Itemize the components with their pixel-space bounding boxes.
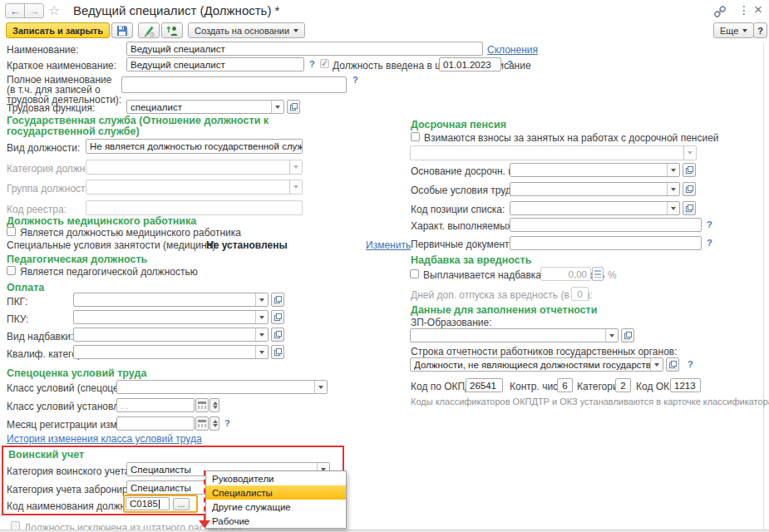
staffing-checkbox[interactable] [320, 59, 329, 68]
primary-docs-help-icon[interactable]: ? [707, 238, 712, 248]
list-position-code-combobox[interactable] [510, 201, 680, 215]
chevron-down-icon[interactable] [271, 101, 283, 113]
allowance-kind-combobox[interactable] [73, 328, 269, 342]
position-name-code-input[interactable]: C0185 [126, 497, 170, 510]
zp-education-combobox[interactable] [410, 328, 619, 342]
close-icon[interactable]: × [754, 2, 762, 18]
pension-contrib-checkbox[interactable] [411, 132, 420, 141]
more-button[interactable]: Еще [713, 22, 754, 38]
chevron-down-icon[interactable] [667, 164, 679, 176]
back-button[interactable]: ← [5, 3, 25, 18]
medical-checkbox[interactable] [7, 227, 16, 236]
position-kind-label: Вид должности: [7, 142, 80, 154]
chevron-down-icon[interactable] [667, 183, 679, 195]
link-icon[interactable] [713, 5, 727, 22]
calculator-icon[interactable] [592, 267, 604, 281]
pension-basis-open-button[interactable] [683, 163, 696, 177]
pension-basis-combobox[interactable] [510, 163, 680, 177]
text-cursor [159, 500, 160, 509]
forward-icon: → [29, 5, 40, 17]
report-line-combobox[interactable]: Должности, не являющиеся должностями гос… [410, 357, 663, 372]
pku-label: ПКУ: [7, 313, 28, 325]
extra-vacation-days-label: Дней доп. отпуска за вредность (в год): [411, 289, 593, 301]
help-button[interactable]: ? [753, 22, 767, 38]
date-spinner[interactable] [210, 398, 219, 412]
position-group-combobox[interactable] [86, 180, 303, 195]
forward-button[interactable]: → [24, 3, 44, 18]
pedagogical-checkbox[interactable] [7, 266, 16, 275]
chevron-down-icon[interactable] [255, 311, 268, 323]
position-kind-combobox[interactable]: Не является должностью государственной с… [86, 139, 303, 154]
okpdtr-input[interactable]: 26541 [466, 378, 503, 392]
pku-open-button[interactable] [271, 310, 284, 324]
save-and-close-button[interactable]: Записать и закрыть [6, 22, 110, 38]
zp-education-open-button[interactable] [621, 328, 634, 342]
pension-kind-combobox[interactable] [410, 145, 697, 160]
chevron-down-icon[interactable] [667, 202, 679, 214]
calendar-icon[interactable] [195, 398, 209, 412]
work-nature-input[interactable] [510, 218, 702, 232]
chevron-down-icon[interactable] [605, 329, 618, 342]
qualification-open-button[interactable] [271, 345, 284, 359]
chevron-down-icon[interactable] [255, 293, 268, 306]
control-number-input[interactable]: 6 [557, 378, 573, 392]
month-spinner[interactable] [210, 416, 219, 431]
special-conditions-value: Не установлены [206, 239, 288, 251]
open-icon [669, 361, 677, 368]
position-category-combobox[interactable] [86, 160, 303, 175]
calendar-icon[interactable] [195, 416, 209, 431]
labor-function-combobox[interactable]: специалист [126, 100, 284, 114]
chevron-down-icon[interactable] [255, 346, 268, 358]
extra-vacation-days-input[interactable]: 0 [571, 287, 589, 301]
pku-combobox[interactable] [73, 310, 269, 324]
dropdown-item[interactable]: Другие служащие [206, 500, 346, 514]
pkg-combobox[interactable] [73, 293, 269, 307]
chevron-down-icon[interactable] [314, 381, 327, 393]
report-line-help-icon[interactable]: ? [688, 359, 693, 369]
chevron-down-icon[interactable] [650, 358, 663, 371]
code-choose-button[interactable]: ... [173, 498, 190, 510]
dropdown-item[interactable]: Руководители [206, 471, 346, 485]
open-icon [274, 331, 282, 338]
okz-input[interactable]: 1213 [670, 378, 701, 392]
dropdown-item-selected[interactable]: Специалисты [206, 485, 346, 500]
favorite-star-icon[interactable]: ☆ [48, 2, 60, 18]
save-button[interactable] [111, 22, 133, 38]
harm-allowance-checkbox[interactable] [410, 269, 419, 278]
special-work-open-button[interactable] [683, 182, 696, 196]
dropdown-item[interactable]: Рабочие [206, 514, 346, 528]
record-pen-button[interactable] [138, 22, 160, 38]
month-help-icon[interactable]: ? [224, 418, 230, 428]
create-based-on-button[interactable]: Создать на основании [188, 22, 305, 38]
declensions-link[interactable]: Склонения [487, 44, 538, 56]
category-input[interactable]: 2 [615, 378, 631, 392]
registry-code-label: Код реестра: [7, 204, 67, 215]
labor-function-open-button[interactable] [287, 100, 300, 114]
name-input[interactable]: Ведущий специалист [126, 42, 483, 56]
more-menu-icon[interactable]: ⋮ [738, 3, 750, 17]
class-history-link[interactable]: История изменения класса условий труда [7, 433, 202, 445]
pkg-open-button[interactable] [271, 293, 284, 307]
open-icon [290, 103, 298, 111]
primary-docs-input[interactable] [510, 236, 702, 250]
staffing-date-input[interactable]: 01.01.2023 [439, 57, 501, 71]
qualification-category-combobox[interactable] [73, 345, 269, 359]
work-nature-help-icon[interactable]: ? [707, 219, 712, 229]
staffing-help-icon[interactable]: ? [507, 59, 513, 69]
full-name-help-icon[interactable]: ? [352, 75, 358, 85]
list-position-open-button[interactable] [683, 201, 696, 215]
special-work-conditions-combobox[interactable] [510, 182, 680, 196]
employees-button[interactable] [161, 22, 183, 38]
short-name-help-icon[interactable]: ? [309, 59, 315, 69]
class-set-from-input[interactable]: . . [116, 398, 195, 412]
chevron-down-icon[interactable] [255, 328, 268, 341]
harm-percent-input[interactable]: 0,00 [540, 267, 591, 281]
full-name-input[interactable] [121, 76, 347, 93]
change-link[interactable]: Изменить [366, 239, 411, 251]
conditions-class-combobox[interactable] [116, 380, 328, 394]
short-name-input[interactable]: Ведущий специалист [126, 57, 304, 71]
allowance-open-button[interactable] [271, 328, 284, 342]
registry-code-input[interactable] [86, 200, 303, 215]
report-line-open-button[interactable] [666, 357, 679, 372]
month-registration-input[interactable] [116, 416, 195, 431]
